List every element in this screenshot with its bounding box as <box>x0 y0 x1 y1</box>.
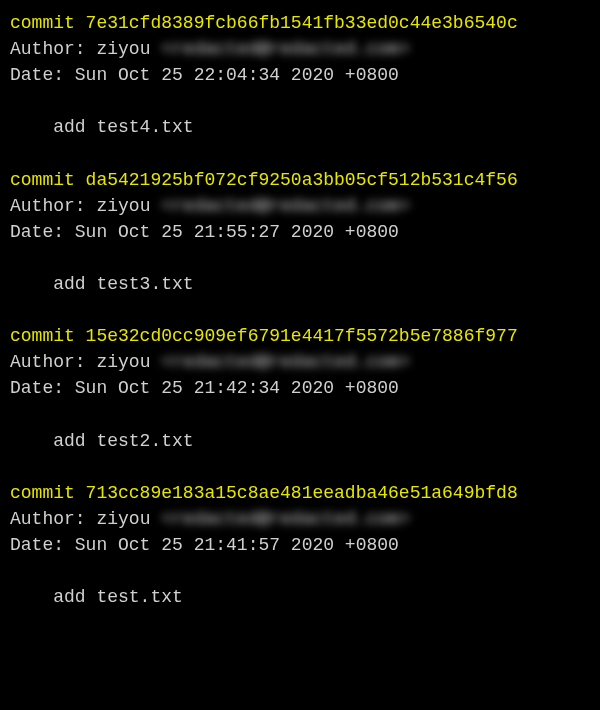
commit-label: commit <box>10 326 75 346</box>
commit-block: commit 15e32cd0cc909ef6791e4417f5572b5e7… <box>10 323 590 480</box>
author-email: <redacted@redacted.com> <box>161 509 409 529</box>
commit-label: commit <box>10 483 75 503</box>
author-email: <redacted@redacted.com> <box>161 39 409 59</box>
blank-line <box>10 610 590 636</box>
commit-hash: 713cc89e183a15c8ae481eeadba46e51a649bfd8 <box>75 483 518 503</box>
blank-line <box>10 558 590 584</box>
commit-block: commit 7e31cfd8389fcb66fb1541fb33ed0c44e… <box>10 10 590 167</box>
commit-hash: 15e32cd0cc909ef6791e4417f5572b5e7886f977 <box>75 326 518 346</box>
blank-line <box>10 401 590 427</box>
commit-block: commit da5421925bf072cf9250a3bb05cf512b5… <box>10 167 590 324</box>
blank-line <box>10 454 590 480</box>
author-email: <redacted@redacted.com> <box>161 196 409 216</box>
date-line: Date: Sun Oct 25 22:04:34 2020 +0800 <box>10 62 590 88</box>
commit-message: add test4.txt <box>10 114 590 140</box>
commit-hash: 7e31cfd8389fcb66fb1541fb33ed0c44e3b6540c <box>75 13 518 33</box>
date-label: Date: <box>10 535 75 555</box>
commit-block: commit 713cc89e183a15c8ae481eeadba46e51a… <box>10 480 590 637</box>
author-label: Author: <box>10 39 86 59</box>
blank-line <box>10 245 590 271</box>
blank-line <box>10 297 590 323</box>
commit-message: add test.txt <box>10 584 590 610</box>
author-name: ziyou <box>86 352 162 372</box>
date-label: Date: <box>10 65 75 85</box>
date-line: Date: Sun Oct 25 21:41:57 2020 +0800 <box>10 532 590 558</box>
author-name: ziyou <box>86 196 162 216</box>
commit-message: add test2.txt <box>10 428 590 454</box>
git-log-output: commit 7e31cfd8389fcb66fb1541fb33ed0c44e… <box>10 10 590 636</box>
date-value: Sun Oct 25 21:55:27 2020 +0800 <box>75 222 399 242</box>
commit-message: add test3.txt <box>10 271 590 297</box>
commit-line: commit 7e31cfd8389fcb66fb1541fb33ed0c44e… <box>10 10 590 36</box>
commit-line: commit 15e32cd0cc909ef6791e4417f5572b5e7… <box>10 323 590 349</box>
date-line: Date: Sun Oct 25 21:55:27 2020 +0800 <box>10 219 590 245</box>
date-label: Date: <box>10 222 75 242</box>
commit-hash: da5421925bf072cf9250a3bb05cf512b531c4f56 <box>75 170 518 190</box>
author-line: Author: ziyou <redacted@redacted.com> <box>10 36 590 62</box>
author-email: <redacted@redacted.com> <box>161 352 409 372</box>
author-name: ziyou <box>86 39 162 59</box>
blank-line <box>10 140 590 166</box>
author-line: Author: ziyou <redacted@redacted.com> <box>10 506 590 532</box>
commit-label: commit <box>10 170 75 190</box>
date-value: Sun Oct 25 21:42:34 2020 +0800 <box>75 378 399 398</box>
commit-label: commit <box>10 13 75 33</box>
date-value: Sun Oct 25 22:04:34 2020 +0800 <box>75 65 399 85</box>
commit-line: commit da5421925bf072cf9250a3bb05cf512b5… <box>10 167 590 193</box>
author-line: Author: ziyou <redacted@redacted.com> <box>10 193 590 219</box>
commit-line: commit 713cc89e183a15c8ae481eeadba46e51a… <box>10 480 590 506</box>
author-label: Author: <box>10 509 86 529</box>
author-line: Author: ziyou <redacted@redacted.com> <box>10 349 590 375</box>
date-label: Date: <box>10 378 75 398</box>
date-line: Date: Sun Oct 25 21:42:34 2020 +0800 <box>10 375 590 401</box>
date-value: Sun Oct 25 21:41:57 2020 +0800 <box>75 535 399 555</box>
blank-line <box>10 88 590 114</box>
author-name: ziyou <box>86 509 162 529</box>
author-label: Author: <box>10 352 86 372</box>
author-label: Author: <box>10 196 86 216</box>
